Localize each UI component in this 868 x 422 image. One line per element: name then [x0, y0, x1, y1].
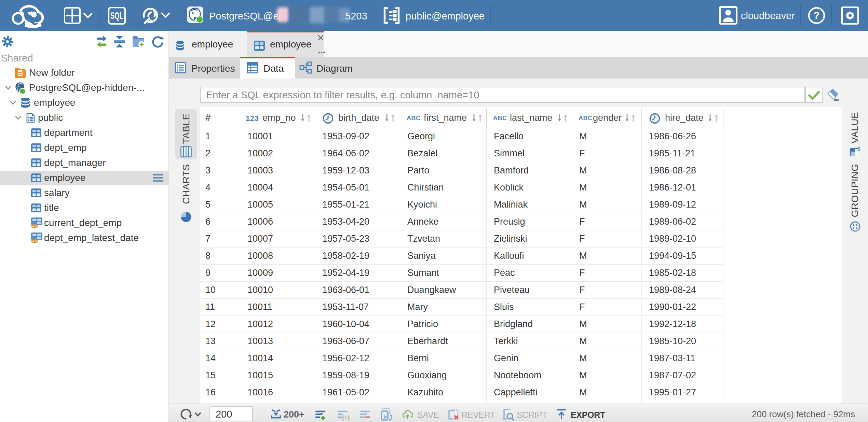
svg-text:(+): (+)	[342, 414, 350, 421]
svg-text:SQL: SQL	[110, 11, 123, 21]
svg-text:?: ?	[813, 10, 819, 21]
